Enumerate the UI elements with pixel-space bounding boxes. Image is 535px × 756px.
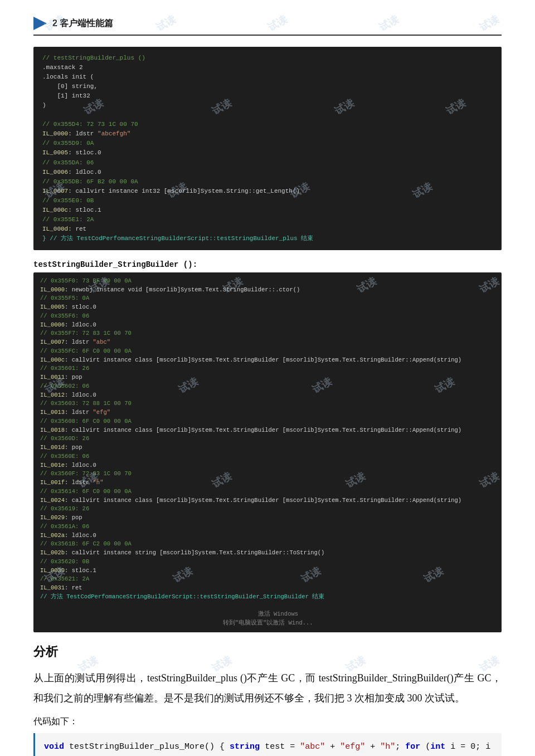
code-block-1: // testStringBuilder_plus () .maxstack 2… [33,47,502,250]
code-block-2: // 0x355F0: 73 BF 00 00 0A IL_0000: newo… [33,272,502,632]
chapter-header: 2 客户端性能篇 [33,17,502,36]
page-content: 2 客户端性能篇 // testStringBuilder_plus () .m… [0,0,535,756]
chapter-icon [33,17,47,30]
code-label: 代码如下： [33,716,502,728]
chapter-title: 2 客户端性能篇 [52,18,113,30]
analysis-heading: 分析 [33,643,502,660]
function-header-2: testStringBuilder_StringBuilder (): [33,260,502,269]
code-block-3: void testStringBuilder_plus_More() { str… [33,733,502,756]
analysis-paragraph1: 从上面的测试用例得出，testStringBuilder_plus ()不产生 … [33,668,502,708]
